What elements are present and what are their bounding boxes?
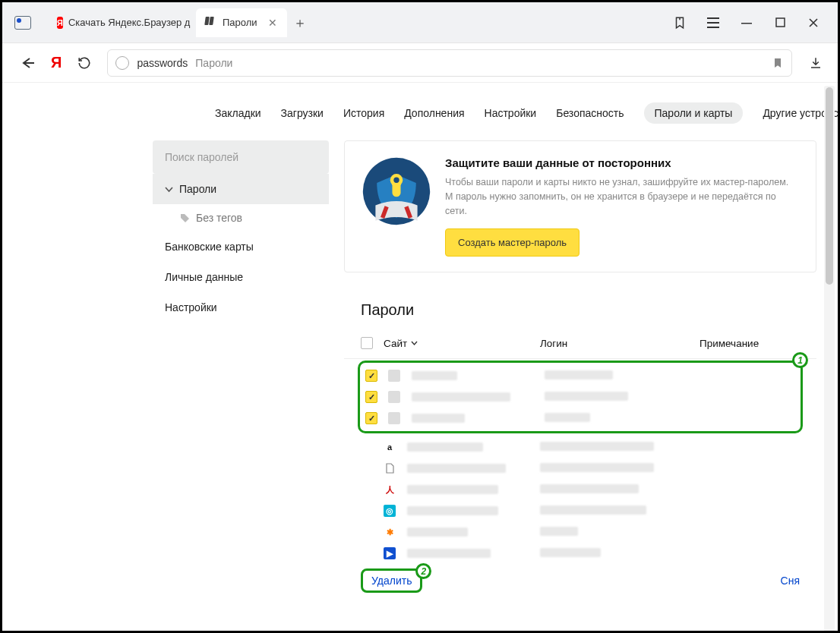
table-row[interactable] (362, 386, 798, 408)
sidebar-item-label: Без тегов (196, 212, 242, 224)
table-header: Сайт Логин Примечание (344, 332, 816, 359)
sidebar-item-bankcards[interactable]: Банковские карты (153, 231, 329, 262)
amazon-favicon: a (384, 441, 396, 453)
minimize-button[interactable] (730, 8, 763, 37)
sidebar-item-settings[interactable]: Настройки (153, 292, 329, 323)
main-panel: Защитите ваши данные от посторонних Чтоб… (344, 140, 816, 597)
sidebar-item-label: Банковские карты (165, 241, 254, 253)
passwords-favicon (205, 17, 217, 29)
sidebar-item-passwords[interactable]: Пароли (153, 174, 329, 204)
maximize-button[interactable] (763, 8, 797, 37)
tag-icon (180, 213, 190, 223)
address-bar[interactable]: passwords Пароли (107, 49, 792, 77)
topmenu-bookmarks[interactable]: Закладки (215, 107, 261, 124)
site-favicon (388, 370, 400, 382)
back-button[interactable] (17, 52, 39, 74)
bookmark-star-icon[interactable] (772, 57, 784, 69)
yandex-logo-icon[interactable]: Я (51, 54, 62, 71)
table-row[interactable] (344, 458, 816, 479)
column-note[interactable]: Примечание (699, 338, 800, 349)
table-row[interactable]: ✱ (344, 521, 816, 543)
topmenu-downloads[interactable]: Загрузки (281, 107, 324, 124)
svg-rect-2 (707, 27, 719, 28)
card-text: Чтобы ваши пароли и карты никто не узнал… (445, 175, 799, 218)
menu-icon[interactable] (696, 8, 730, 37)
annotation-badge-2: 2 (415, 563, 431, 579)
svg-rect-0 (707, 17, 719, 19)
bookmark-menu-icon[interactable] (663, 8, 696, 37)
column-login[interactable]: Логин (540, 338, 699, 349)
new-tab-button[interactable]: ＋ (287, 10, 313, 36)
row-checkbox[interactable] (365, 370, 377, 382)
create-master-password-button[interactable]: Создать мастер-пароль (445, 228, 579, 257)
svg-rect-3 (741, 23, 752, 24)
deselect-link[interactable]: Сня (781, 575, 800, 587)
sidebar-item-label: Пароли (179, 183, 216, 195)
topmenu-addons[interactable]: Дополнения (404, 107, 464, 124)
reload-button[interactable] (74, 52, 95, 74)
site-favicon: ▶ (384, 547, 396, 559)
yandex-favicon: Я (57, 17, 63, 29)
sidebar-item-label: Настройки (165, 301, 217, 313)
topmenu-settings[interactable]: Настройки (485, 107, 537, 124)
shield-key-icon (362, 156, 431, 226)
table-row[interactable] (362, 365, 798, 386)
site-favicon (388, 391, 400, 403)
table-row[interactable]: ◎ (344, 500, 816, 521)
sidebar-item-personal[interactable]: Личные данные (153, 262, 329, 292)
topmenu-security[interactable]: Безопасность (556, 107, 624, 124)
svg-rect-4 (776, 18, 785, 27)
topmenu-history[interactable]: История (343, 107, 384, 124)
tab-inactive[interactable]: Я Скачать Яндекс.Браузер д (48, 8, 196, 37)
site-info-icon[interactable] (115, 56, 129, 70)
window-close-button[interactable] (797, 8, 830, 37)
avast-favicon: ✱ (384, 526, 396, 538)
close-tab-icon[interactable]: ✕ (267, 17, 278, 28)
tab-label: Скачать Яндекс.Браузер д (68, 17, 191, 28)
svg-rect-1 (707, 22, 719, 24)
tab-active[interactable]: Пароли ✕ (196, 8, 287, 37)
sidebar-item-label: Личные данные (165, 271, 243, 283)
site-favicon (388, 412, 400, 424)
annotation-badge-1: 1 (792, 352, 808, 368)
sort-chevron-icon (411, 340, 418, 347)
row-checkbox[interactable] (365, 391, 377, 403)
table-row[interactable]: a (344, 436, 816, 458)
sidebar-toggle-icon[interactable] (14, 16, 31, 30)
address-title: Пароли (195, 57, 232, 69)
list-footer: 2 Удалить Сня (344, 564, 816, 597)
adobe-favicon: 人 (384, 483, 396, 496)
content-area: Закладки Загрузки История Дополнения Нас… (2, 83, 838, 633)
sidebar-item-untagged[interactable]: Без тегов (153, 204, 329, 231)
site-favicon: ◎ (384, 505, 396, 517)
card-title: Защитите ваши данные от посторонних (445, 156, 799, 169)
master-password-card: Защитите ваши данные от посторонних Чтоб… (344, 140, 816, 272)
column-site[interactable]: Сайт (384, 338, 407, 349)
table-row[interactable] (362, 408, 798, 429)
table-row[interactable]: 人 (344, 479, 816, 500)
sidebar: Поиск паролей Пароли Без тегов Банковски… (153, 140, 329, 597)
search-input[interactable]: Поиск паролей (153, 140, 329, 174)
file-favicon (384, 462, 396, 474)
title-bar: Я Скачать Яндекс.Браузер д Пароли ✕ ＋ (2, 2, 838, 43)
scrollbar[interactable] (824, 86, 835, 632)
downloads-button[interactable] (804, 52, 827, 74)
tab-label: Пароли (223, 17, 257, 28)
search-placeholder: Поиск паролей (165, 151, 238, 163)
topmenu-passwords[interactable]: Пароли и карты (644, 102, 744, 124)
delete-button[interactable]: Удалить (361, 568, 422, 593)
settings-top-menu: Закладки Загрузки История Дополнения Нас… (2, 107, 838, 140)
svg-point-8 (393, 178, 399, 183)
browser-toolbar: Я passwords Пароли (2, 43, 838, 83)
row-checkbox[interactable] (365, 412, 377, 424)
section-title: Пароли (344, 288, 816, 332)
select-all-checkbox[interactable] (361, 337, 373, 349)
address-path: passwords (137, 57, 188, 69)
annotation-group-1: 1 (358, 361, 803, 433)
table-row[interactable]: ▶ (344, 543, 816, 564)
chevron-down-icon (165, 185, 173, 194)
